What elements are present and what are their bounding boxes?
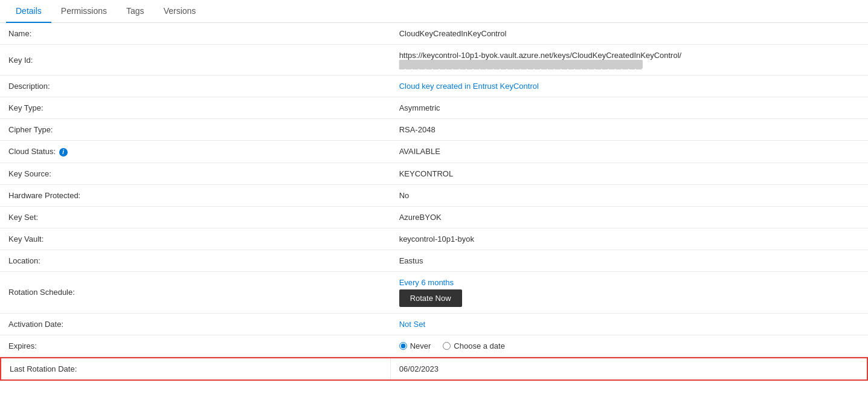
- field-label-key-source: Key Source:: [0, 163, 391, 184]
- field-label-name: Name:: [0, 23, 391, 45]
- rotate-now-button[interactable]: Rotate Now: [399, 289, 462, 307]
- field-value-hardware-protected: No: [391, 184, 868, 206]
- tab-permissions[interactable]: Permissions: [51, 0, 117, 23]
- radio-choose-date-label[interactable]: Choose a date: [443, 341, 505, 350]
- tabs-bar: Details Permissions Tags Versions: [0, 0, 868, 23]
- field-label-description: Description:: [0, 76, 391, 97]
- table-row: Key Vault: keycontrol-10p1-byok: [0, 228, 868, 250]
- field-value-description: Cloud key created in Entrust KeyControl: [391, 76, 868, 97]
- field-label-activation-date: Activation Date:: [0, 313, 391, 335]
- table-row: Key Type: Asymmetric: [0, 97, 868, 119]
- table-row: Hardware Protected: No: [0, 184, 868, 206]
- last-rotation-row: Last Rotation Date: 06/02/2023: [0, 357, 868, 381]
- radio-never-label[interactable]: Never: [399, 341, 431, 350]
- field-value-expires: Never Choose a date: [391, 335, 868, 357]
- table-row: Expires: Never Choose a date: [0, 335, 868, 357]
- field-value-name: CloudKeyCreatedInKeyControl: [391, 23, 868, 45]
- field-label-cloud-status: Cloud Status: i: [0, 141, 391, 163]
- field-label-key-type: Key Type:: [0, 97, 391, 119]
- field-label-key-id: Key Id:: [0, 45, 391, 76]
- tab-tags[interactable]: Tags: [117, 0, 154, 23]
- table-row: Cipher Type: RSA-2048: [0, 119, 868, 141]
- field-value-activation-date: Not Set: [391, 313, 868, 335]
- table-row: Location: Eastus: [0, 250, 868, 271]
- table-row: Rotation Schedule: Every 6 months Rotate…: [0, 271, 868, 313]
- field-label-hardware-protected: Hardware Protected:: [0, 184, 391, 206]
- radio-never-text: Never: [410, 341, 431, 350]
- activation-date-link[interactable]: Not Set: [399, 320, 425, 329]
- field-value-key-id: https://keycontrol-10p1-byok.vault.azure…: [391, 45, 868, 76]
- table-row: Name: CloudKeyCreatedInKeyControl: [0, 23, 868, 45]
- last-rotation-value: 06/02/2023: [391, 358, 867, 379]
- table-row: Key Id: https://keycontrol-10p1-byok.vau…: [0, 45, 868, 76]
- info-icon[interactable]: i: [59, 148, 68, 157]
- field-label-key-vault: Key Vault:: [0, 228, 391, 250]
- expires-radio-group: Never Choose a date: [399, 341, 860, 350]
- page-content: Details Permissions Tags Versions Name: …: [0, 0, 868, 381]
- tab-details[interactable]: Details: [6, 0, 51, 23]
- field-label-rotation-schedule: Rotation Schedule:: [0, 271, 391, 313]
- radio-choose-date[interactable]: [443, 342, 451, 350]
- field-label-location: Location:: [0, 250, 391, 271]
- field-value-rotation-schedule: Every 6 months Rotate Now: [391, 271, 868, 313]
- table-row: Key Set: AzureBYOK: [0, 206, 868, 228]
- table-row: Key Source: KEYCONTROL: [0, 163, 868, 184]
- radio-choose-date-text: Choose a date: [454, 341, 505, 350]
- field-value-key-set: AzureBYOK: [391, 206, 868, 228]
- field-value-cipher-type: RSA-2048: [391, 119, 868, 141]
- table-row: Activation Date: Not Set: [0, 313, 868, 335]
- field-value-key-vault: keycontrol-10p1-byok: [391, 228, 868, 250]
- cloud-status-label-text: Cloud Status:: [8, 147, 56, 156]
- field-value-cloud-status: AVAILABLE: [391, 141, 868, 163]
- rotation-schedule-link[interactable]: Every 6 months: [399, 278, 454, 287]
- field-label-cipher-type: Cipher Type:: [0, 119, 391, 141]
- field-label-expires: Expires:: [0, 335, 391, 357]
- radio-never[interactable]: [399, 342, 407, 350]
- field-label-key-set: Key Set:: [0, 206, 391, 228]
- field-value-location: Eastus: [391, 250, 868, 271]
- last-rotation-label: Last Rotation Date:: [1, 358, 391, 379]
- field-value-key-source: KEYCONTROL: [391, 163, 868, 184]
- key-id-text: https://keycontrol-10p1-byok.vault.azure…: [399, 51, 682, 69]
- table-row: Description: Cloud key created in Entrus…: [0, 76, 868, 97]
- description-link[interactable]: Cloud key created in Entrust KeyControl: [399, 82, 539, 91]
- rotation-cell: Every 6 months Rotate Now: [399, 278, 860, 307]
- table-row: Cloud Status: i AVAILABLE: [0, 141, 868, 163]
- tab-versions[interactable]: Versions: [154, 0, 206, 23]
- details-table: Name: CloudKeyCreatedInKeyControl Key Id…: [0, 23, 868, 357]
- field-value-key-type: Asymmetric: [391, 97, 868, 119]
